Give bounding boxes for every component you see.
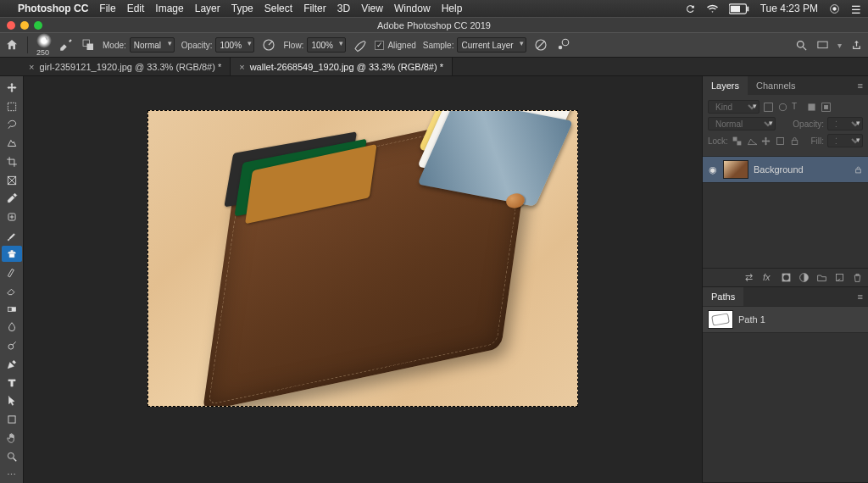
app-menu[interactable]: Photoshop CC: [18, 3, 88, 14]
path-row[interactable]: Path 1: [703, 306, 868, 333]
filter-type-icon[interactable]: T: [792, 102, 803, 113]
menu-window[interactable]: Window: [394, 3, 431, 14]
wifi-icon[interactable]: [707, 3, 718, 14]
lock-transparent-icon[interactable]: [732, 136, 743, 147]
toolbar-more-icon[interactable]: ⋯: [2, 466, 22, 483]
shape-tool[interactable]: [2, 411, 22, 428]
filter-smart-icon[interactable]: [821, 102, 832, 113]
panel-tab-layers[interactable]: Layers: [703, 76, 748, 95]
cloud-sync-icon[interactable]: [685, 3, 696, 14]
menu-select[interactable]: Select: [264, 3, 292, 14]
menu-edit[interactable]: Edit: [127, 3, 145, 14]
mode-select[interactable]: Normal: [130, 37, 175, 53]
layer-name[interactable]: Background: [754, 164, 804, 175]
zoom-tool[interactable]: [2, 448, 22, 465]
layer-lock-icon[interactable]: [854, 165, 863, 175]
brush-preset-picker[interactable]: 250: [36, 33, 52, 57]
window-zoom-button[interactable]: [34, 21, 42, 30]
blur-tool[interactable]: [2, 319, 22, 336]
path-select-tool[interactable]: [2, 392, 22, 409]
menu-3d[interactable]: 3D: [337, 3, 350, 14]
panel-menu-icon[interactable]: ≡: [853, 291, 868, 302]
panel-menu-icon[interactable]: ≡: [853, 80, 868, 91]
layer-row[interactable]: ◉ Background: [703, 156, 868, 183]
layer-style-icon[interactable]: fx: [763, 272, 774, 283]
menu-help[interactable]: Help: [442, 3, 463, 14]
history-brush-tool[interactable]: [2, 264, 22, 280]
healing-brush-tool[interactable]: [2, 208, 22, 225]
opacity-select[interactable]: 100%: [215, 37, 254, 53]
menu-filter[interactable]: Filter: [303, 3, 326, 14]
lock-image-icon[interactable]: [746, 136, 757, 147]
lock-position-icon[interactable]: [760, 136, 771, 147]
airbrush-icon[interactable]: [353, 37, 368, 53]
filter-adjust-icon[interactable]: [777, 102, 788, 113]
brush-tool[interactable]: [2, 227, 22, 244]
pressure-opacity-icon[interactable]: [261, 37, 276, 53]
layer-filter-kind[interactable]: Kind: [708, 100, 760, 114]
filter-shape-icon[interactable]: [806, 102, 817, 113]
menu-file[interactable]: File: [99, 3, 115, 14]
panel-tab-paths[interactable]: Paths: [703, 287, 743, 306]
window-close-button[interactable]: [7, 21, 15, 30]
aligned-group[interactable]: ✓ Aligned: [375, 41, 415, 50]
document-canvas[interactable]: [24, 76, 702, 483]
link-layers-icon[interactable]: ⇄: [745, 272, 756, 283]
notification-center-icon[interactable]: ☰: [851, 3, 861, 14]
lock-all-icon[interactable]: [789, 136, 800, 147]
lasso-tool[interactable]: [2, 116, 22, 133]
sample-select[interactable]: Current Layer: [457, 37, 526, 53]
brush-settings-icon[interactable]: [58, 37, 74, 53]
flow-select[interactable]: 100%: [307, 37, 346, 53]
move-tool[interactable]: [2, 80, 22, 97]
group-layers-icon[interactable]: [816, 272, 827, 283]
path-thumbnail[interactable]: [708, 310, 733, 329]
layer-visibility-icon[interactable]: ◉: [708, 164, 718, 175]
document-tab[interactable]: × girl-2359121_1920.jpg @ 33.3% (RGB/8#)…: [20, 57, 231, 75]
crop-tool[interactable]: [2, 153, 22, 170]
menu-image[interactable]: Image: [155, 3, 183, 14]
close-tab-icon[interactable]: ×: [239, 62, 244, 72]
eraser-tool[interactable]: [2, 282, 22, 299]
layer-thumbnail[interactable]: [723, 160, 748, 179]
hand-tool[interactable]: [2, 430, 22, 447]
path-name[interactable]: Path 1: [738, 314, 765, 325]
document-tab[interactable]: × wallet-2668549_1920.jpg @ 33.3% (RGB/8…: [231, 57, 453, 75]
eyedropper-tool[interactable]: [2, 190, 22, 207]
frame-tool[interactable]: [2, 172, 22, 189]
layer-opacity-input[interactable]: 100%: [827, 117, 863, 130]
lock-artboard-icon[interactable]: [775, 136, 786, 147]
new-layer-icon[interactable]: [834, 272, 845, 283]
close-tab-icon[interactable]: ×: [29, 62, 34, 72]
delete-layer-icon[interactable]: [852, 272, 863, 283]
share-icon[interactable]: [850, 39, 863, 52]
layer-mask-icon[interactable]: [781, 272, 792, 283]
battery-icon[interactable]: [729, 3, 749, 14]
type-tool[interactable]: [2, 375, 22, 391]
marquee-tool[interactable]: [2, 98, 22, 115]
search-icon[interactable]: [795, 39, 808, 52]
menu-type[interactable]: Type: [231, 3, 253, 14]
window-minimize-button[interactable]: [20, 21, 29, 30]
layer-fill-input[interactable]: 100%: [827, 134, 863, 147]
macos-menubar[interactable]: Photoshop CC File Edit Image Layer Type …: [0, 0, 868, 17]
menubar-clock[interactable]: Tue 4:23 PM: [760, 3, 818, 14]
adjustment-layer-icon[interactable]: [798, 272, 810, 283]
pen-tool[interactable]: [2, 356, 22, 373]
gradient-tool[interactable]: [2, 301, 22, 318]
pressure-size-icon[interactable]: [555, 37, 570, 53]
clone-stamp-tool[interactable]: [2, 246, 22, 263]
screen-mode-icon[interactable]: [816, 39, 829, 52]
aligned-checkbox[interactable]: ✓: [375, 41, 384, 50]
ignore-adjustment-icon[interactable]: [533, 37, 548, 53]
menu-layer[interactable]: Layer: [195, 3, 220, 14]
quick-select-tool[interactable]: [2, 135, 22, 152]
siri-icon[interactable]: [829, 3, 840, 14]
dodge-tool[interactable]: [2, 337, 22, 354]
panel-tab-channels[interactable]: Channels: [748, 76, 804, 95]
clone-source-icon[interactable]: [81, 37, 96, 53]
filter-pixel-icon[interactable]: [763, 102, 774, 113]
home-icon[interactable]: [5, 38, 19, 52]
menu-view[interactable]: View: [361, 3, 383, 14]
blend-mode-select[interactable]: Normal: [708, 117, 776, 130]
